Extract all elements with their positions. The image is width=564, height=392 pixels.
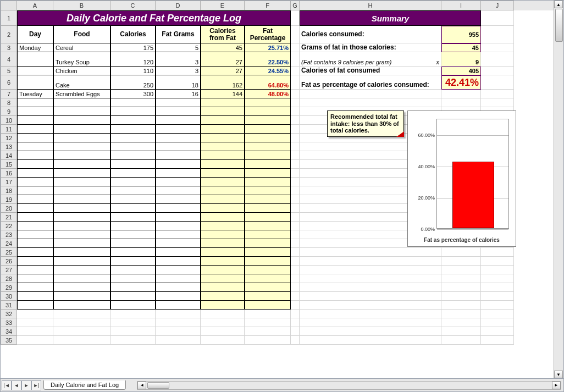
cell[interactable] <box>291 52 300 67</box>
cell-empty[interactable] <box>110 151 156 160</box>
horizontal-scrollbar[interactable]: ◄ ► <box>137 381 561 390</box>
cell[interactable] <box>481 327 514 336</box>
header-cell[interactable]: Calories from Fat <box>201 26 245 43</box>
cell-empty[interactable] <box>245 248 291 257</box>
cell-empty[interactable] <box>156 204 201 213</box>
cell-empty[interactable] <box>245 186 291 195</box>
row-header[interactable]: 23 <box>1 230 17 239</box>
cell-food[interactable]: Cake <box>53 75 110 90</box>
cell-empty[interactable] <box>17 107 53 116</box>
cell-empty[interactable] <box>53 169 110 178</box>
row-header[interactable]: 16 <box>1 169 17 178</box>
cell-empty[interactable] <box>110 169 156 178</box>
cell[interactable] <box>291 26 300 43</box>
cell-empty[interactable] <box>110 292 156 301</box>
cell[interactable] <box>441 90 481 98</box>
cell-empty[interactable] <box>201 239 245 248</box>
select-all-corner[interactable] <box>1 1 17 10</box>
col-header-E[interactable]: E <box>201 1 245 10</box>
cell[interactable] <box>300 301 441 310</box>
cell-empty[interactable] <box>245 204 291 213</box>
cell[interactable] <box>156 310 201 318</box>
row-header[interactable]: 15 <box>1 160 17 169</box>
col-header-C[interactable]: C <box>110 1 156 10</box>
header-cell[interactable]: Fat Percentage <box>245 26 291 43</box>
row-header[interactable]: 4 <box>1 52 17 67</box>
row-header[interactable]: 28 <box>1 274 17 283</box>
cell[interactable] <box>291 151 300 160</box>
cell-empty[interactable] <box>201 213 245 222</box>
cell[interactable] <box>291 283 300 292</box>
cell-empty[interactable] <box>110 283 156 292</box>
cell-day[interactable] <box>17 67 53 75</box>
cell[interactable] <box>53 310 110 318</box>
cell-fatpct[interactable]: 48.00% <box>245 90 291 98</box>
cell[interactable] <box>441 292 481 301</box>
cell-fatpct[interactable]: 25.71% <box>245 43 291 52</box>
row-header[interactable]: 8 <box>1 98 17 107</box>
cell-empty[interactable] <box>110 134 156 142</box>
cell[interactable] <box>481 292 514 301</box>
cell-empty[interactable] <box>156 266 201 274</box>
cell[interactable] <box>441 248 481 257</box>
cell-calories[interactable]: 120 <box>110 52 156 67</box>
cell[interactable] <box>291 230 300 239</box>
cell-empty[interactable] <box>17 186 53 195</box>
cell[interactable] <box>291 195 300 204</box>
cell-empty[interactable] <box>110 142 156 151</box>
cell-empty[interactable] <box>17 169 53 178</box>
row-header[interactable]: 12 <box>1 134 17 142</box>
cell-empty[interactable] <box>245 230 291 239</box>
cell-empty[interactable] <box>110 204 156 213</box>
cell[interactable] <box>300 318 441 327</box>
cell[interactable] <box>300 98 441 107</box>
cell-empty[interactable] <box>201 178 245 186</box>
cell[interactable] <box>481 26 514 43</box>
col-header-I[interactable]: I <box>441 1 481 10</box>
row-header[interactable]: 30 <box>1 292 17 301</box>
cell[interactable] <box>17 310 53 318</box>
cell-empty[interactable] <box>53 239 110 248</box>
cell-empty[interactable] <box>53 116 110 125</box>
cell-empty[interactable] <box>156 248 201 257</box>
cell[interactable] <box>291 125 300 134</box>
cell-empty[interactable] <box>53 195 110 204</box>
cell-empty[interactable] <box>201 169 245 178</box>
cell-empty[interactable] <box>17 274 53 283</box>
cell[interactable] <box>291 318 300 327</box>
cell[interactable] <box>201 318 245 327</box>
cell-empty[interactable] <box>53 230 110 239</box>
cell[interactable] <box>441 336 481 345</box>
cell-empty[interactable] <box>245 116 291 125</box>
cell[interactable] <box>481 67 514 75</box>
cell[interactable] <box>481 52 514 67</box>
cell[interactable] <box>300 257 441 266</box>
cell-empty[interactable] <box>201 125 245 134</box>
cell[interactable] <box>481 301 514 310</box>
cell-empty[interactable] <box>201 292 245 301</box>
header-cell[interactable]: Food <box>53 26 110 43</box>
cell-calfat[interactable]: 144 <box>201 90 245 98</box>
cell-empty[interactable] <box>53 178 110 186</box>
cell-calories[interactable]: 175 <box>110 43 156 52</box>
cell-empty[interactable] <box>53 151 110 160</box>
cell-empty[interactable] <box>245 169 291 178</box>
first-sheet-button[interactable]: |◄ <box>2 380 12 390</box>
cell-empty[interactable] <box>156 116 201 125</box>
cell-empty[interactable] <box>17 239 53 248</box>
cell-empty[interactable] <box>110 230 156 239</box>
col-header-H[interactable]: H <box>300 1 441 10</box>
v-scroll-thumb[interactable] <box>555 9 563 42</box>
h-scroll-thumb[interactable] <box>147 382 169 389</box>
cell-empty[interactable] <box>17 151 53 160</box>
cell-empty[interactable] <box>245 274 291 283</box>
summary-value-gfat[interactable]: 45 <box>441 43 481 52</box>
last-sheet-button[interactable]: ►| <box>31 380 41 390</box>
cell-empty[interactable] <box>53 283 110 292</box>
row-header[interactable]: 22 <box>1 222 17 230</box>
cell-empty[interactable] <box>110 125 156 134</box>
cell[interactable] <box>441 318 481 327</box>
cell[interactable] <box>53 336 110 345</box>
cell[interactable] <box>201 310 245 318</box>
cell-empty[interactable] <box>17 98 53 107</box>
